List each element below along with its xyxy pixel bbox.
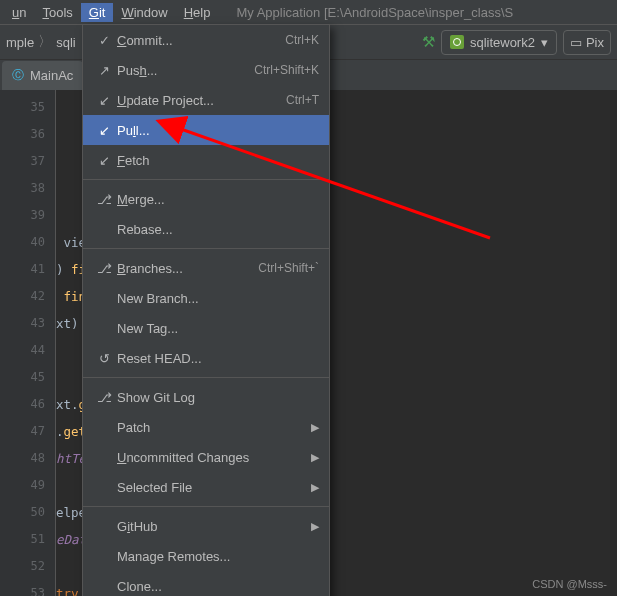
menu-label: Commit...: [115, 33, 285, 48]
line-number: 46: [0, 391, 45, 418]
line-number: 42: [0, 283, 45, 310]
menu-label: Reset HEAD...: [115, 351, 319, 366]
submenu-arrow-icon: ▶: [311, 451, 319, 464]
menu-item-16[interactable]: Uncommitted Changes▶: [83, 442, 329, 472]
menu-item-20[interactable]: Manage Remotes...: [83, 541, 329, 571]
run-config-selector[interactable]: sqlitework2 ▾: [441, 30, 557, 55]
menu-label: Show Git Log: [115, 390, 319, 405]
menu-item-7[interactable]: Rebase...: [83, 214, 329, 244]
menu-label: New Branch...: [115, 291, 319, 306]
line-number: 49: [0, 472, 45, 499]
line-number: 50: [0, 499, 45, 526]
file-tab-label: MainAc: [30, 68, 73, 83]
menu-label: Rebase...: [115, 222, 319, 237]
menu-shortcut: Ctrl+Shift+K: [254, 63, 319, 77]
menu-item-11[interactable]: New Tag...: [83, 313, 329, 343]
line-number: 35: [0, 94, 45, 121]
menu-item-6[interactable]: ⎇Merge...: [83, 184, 329, 214]
menu-shortcut: Ctrl+T: [286, 93, 319, 107]
line-number: 36: [0, 121, 45, 148]
menu-label: Fetch: [115, 153, 319, 168]
watermark: CSDN @Msss-: [532, 578, 607, 590]
menu-label: Manage Remotes...: [115, 549, 319, 564]
menu-item-9[interactable]: ⎇Branches...Ctrl+Shift+`: [83, 253, 329, 283]
menu-label: Update Project...: [115, 93, 286, 108]
menu-label: Branches...: [115, 261, 258, 276]
build-icon[interactable]: ⚒: [422, 33, 435, 51]
line-number: 41: [0, 256, 45, 283]
menu-window[interactable]: Window: [113, 3, 175, 22]
menu-label: Clone...: [115, 579, 319, 594]
tab-mainactivity[interactable]: Ⓒ MainAc: [2, 61, 83, 90]
line-number: 39: [0, 202, 45, 229]
line-number: 53: [0, 580, 45, 596]
menu-label: Merge...: [115, 192, 319, 207]
line-number: 44: [0, 337, 45, 364]
line-number: 43: [0, 310, 45, 337]
phone-icon: ▭: [570, 35, 582, 50]
menu-item-10[interactable]: New Branch...: [83, 283, 329, 313]
line-number: 52: [0, 553, 45, 580]
menu-separator: [83, 506, 329, 507]
menu-icon: ↺: [93, 351, 115, 366]
menu-label: Pull...: [115, 123, 319, 138]
chevron-down-icon: ▾: [541, 35, 548, 50]
menu-icon: ⎇: [93, 390, 115, 405]
menu-icon: ↙: [93, 153, 115, 168]
menu-shortcut: Ctrl+K: [285, 33, 319, 47]
submenu-arrow-icon: ▶: [311, 520, 319, 533]
menu-label: Uncommitted Changes: [115, 450, 307, 465]
submenu-arrow-icon: ▶: [311, 481, 319, 494]
window-title: My Application [E:\AndroidSpace\insper_c…: [236, 5, 513, 20]
menu-item-14[interactable]: ⎇Show Git Log: [83, 382, 329, 412]
line-number: 48: [0, 445, 45, 472]
menu-item-19[interactable]: GitHub▶: [83, 511, 329, 541]
menu-icon: ↗: [93, 63, 115, 78]
menubar: un Tools Git Window Help My Application …: [0, 0, 617, 25]
menu-label: Patch: [115, 420, 307, 435]
line-number: 38: [0, 175, 45, 202]
menu-label: New Tag...: [115, 321, 319, 336]
menu-icon: ⎇: [93, 261, 115, 276]
menu-item-1[interactable]: ↗Push...Ctrl+Shift+K: [83, 55, 329, 85]
menu-item-12[interactable]: ↺Reset HEAD...: [83, 343, 329, 373]
line-number: 51: [0, 526, 45, 553]
menu-item-17[interactable]: Selected File▶: [83, 472, 329, 502]
menu-tools[interactable]: Tools: [34, 3, 80, 22]
menu-item-21[interactable]: Clone...: [83, 571, 329, 596]
submenu-arrow-icon: ▶: [311, 421, 319, 434]
menu-run[interactable]: un: [4, 3, 34, 22]
config-name: sqlitework2: [470, 35, 535, 50]
menu-item-3[interactable]: ↙Pull...: [83, 115, 329, 145]
android-icon: [450, 35, 464, 49]
menu-label: GitHub: [115, 519, 307, 534]
menu-icon: ↙: [93, 123, 115, 138]
line-number: 45: [0, 364, 45, 391]
menu-icon: ↙: [93, 93, 115, 108]
gutter: 35363738394041424344454647484950515253: [0, 90, 56, 596]
menu-item-15[interactable]: Patch▶: [83, 412, 329, 442]
breadcrumb[interactable]: mple〉sqli: [0, 33, 78, 51]
menu-icon: ⎇: [93, 192, 115, 207]
menu-separator: [83, 377, 329, 378]
pixel-button[interactable]: ▭ Pix: [563, 30, 611, 55]
menu-item-4[interactable]: ↙Fetch: [83, 145, 329, 175]
line-number: 47: [0, 418, 45, 445]
menu-item-2[interactable]: ↙Update Project...Ctrl+T: [83, 85, 329, 115]
menu-git[interactable]: Git: [81, 3, 114, 22]
class-icon: Ⓒ: [12, 67, 24, 84]
menu-label: Selected File: [115, 480, 307, 495]
line-number: 37: [0, 148, 45, 175]
menu-help[interactable]: Help: [176, 3, 219, 22]
menu-icon: ✓: [93, 33, 115, 48]
menu-item-0[interactable]: ✓Commit...Ctrl+K: [83, 25, 329, 55]
menu-label: Push...: [115, 63, 254, 78]
line-number: 40: [0, 229, 45, 256]
menu-shortcut: Ctrl+Shift+`: [258, 261, 319, 275]
menu-separator: [83, 179, 329, 180]
menu-separator: [83, 248, 329, 249]
git-menu-dropdown: ✓Commit...Ctrl+K↗Push...Ctrl+Shift+K↙Upd…: [82, 24, 330, 596]
